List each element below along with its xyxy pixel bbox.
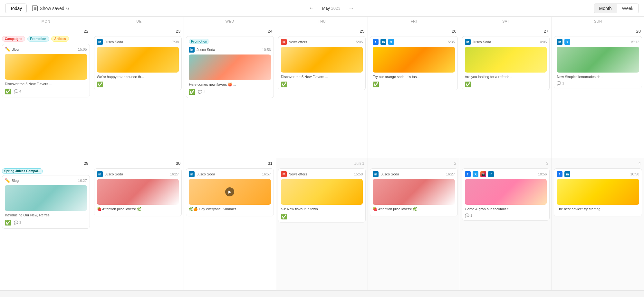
linkedin-icon: in xyxy=(97,171,103,177)
card-26-multi[interactable]: f in 𝕏 15:35 Try our orange soda. It's t… xyxy=(370,36,458,90)
day-cell-30: 30 in Jusco Soda 16:27 🍓 Attention juice… xyxy=(92,158,184,290)
card-31-linkedin[interactable]: in Jusco Soda 16:57 ▶ 🌿🍊 Hey everyone! S… xyxy=(186,168,274,216)
card-header: f in 𝕏 15:35 xyxy=(373,39,455,45)
card-22-blog[interactable]: ✏️ Blog 15:05 Discover the 5 New Flavors… xyxy=(2,44,90,97)
card-image xyxy=(465,179,547,205)
card-text: SJ: New flavour in town xyxy=(281,207,363,212)
check-icon: ✅ xyxy=(281,213,287,220)
today-button[interactable]: Today xyxy=(5,4,27,13)
card-img xyxy=(281,179,363,205)
card-jun2-linkedin[interactable]: in Jusco Soda 16:27 🍓 Attention juice lo… xyxy=(370,168,458,216)
card-time: 16:57 xyxy=(262,172,271,176)
source-label: Blog xyxy=(12,47,19,51)
header-fri: FRI xyxy=(368,17,460,26)
card-header: in Jusco Soda 16:27 xyxy=(97,171,179,177)
comment-icon: 💬 1 xyxy=(465,213,472,218)
card-footer: ✅ 💬 2 xyxy=(189,89,271,95)
card-jun4-multi[interactable]: f in 10:50 The best advice: try starting… xyxy=(554,168,642,216)
card-jun3-multi[interactable]: f 𝕏 📷 in 10:56 Come & grab our cocktails… xyxy=(462,168,550,221)
facebook-icon: f xyxy=(557,171,562,177)
source-label: Blog xyxy=(12,179,19,183)
header-tue: TUE xyxy=(92,17,184,26)
twitter-icon: 𝕏 xyxy=(473,171,478,177)
card-time: 15:05 xyxy=(78,47,87,51)
source-label: Jusco Soda xyxy=(380,172,399,176)
check-icon: ✅ xyxy=(5,220,11,226)
card-header: ✏️ Blog 15:05 xyxy=(5,47,87,52)
card-footer: ✅ xyxy=(373,81,455,87)
tag-promotion[interactable]: Promotion xyxy=(189,39,209,44)
card-img-lemonade xyxy=(5,54,87,80)
day-num-28: 28 xyxy=(554,29,642,34)
card-29-blog[interactable]: ✏️ Blog 16:27 Introducing Our New, Refre… xyxy=(2,175,90,229)
comment-icon: 💬 4 xyxy=(14,89,21,94)
tag-spring[interactable]: Spring Juices Campai... xyxy=(2,168,43,174)
card-30-linkedin[interactable]: in Jusco Soda 16:27 🍓 Attention juice lo… xyxy=(94,168,182,216)
day-cell-31: 31 in Jusco Soda 16:57 ▶ 🌿🍊 Hey everyone… xyxy=(184,158,276,290)
card-image xyxy=(97,179,179,205)
card-time: 10:50 xyxy=(630,172,639,176)
card-image xyxy=(5,54,87,80)
source-label: Jusco Soda xyxy=(197,48,215,52)
card-image xyxy=(373,47,455,73)
saved-count: 6 xyxy=(66,6,69,11)
card-image xyxy=(189,54,271,80)
card-jun1-email[interactable]: ✉ Newsletters 15:59 SJ: New flavour in t… xyxy=(278,168,366,223)
card-source: in Jusco Soda xyxy=(97,39,123,45)
check-icon: ✅ xyxy=(97,81,103,87)
card-27-linkedin[interactable]: in Jusco Soda 10:05 Are you looking for … xyxy=(462,36,550,90)
show-saved-label: Show saved xyxy=(40,6,64,11)
card-24-linkedin[interactable]: Promotion in Jusco Soda 10:56 Here comes… xyxy=(186,36,274,98)
play-button[interactable]: ▶ xyxy=(225,187,234,196)
top-bar: Today ▦ Show saved 6 ← May 2023 → Month … xyxy=(0,0,644,17)
header-sat: SAT xyxy=(460,17,552,26)
day-num-27: 27 xyxy=(462,29,550,34)
card-source: ✏️ Blog xyxy=(5,178,19,183)
card-header: in Jusco Soda 16:27 xyxy=(373,171,455,177)
card-text: Discover the 5 New Flavors ... xyxy=(5,82,87,86)
card-25-email[interactable]: ✉ Newsletters 15:05 Discover the 5 New F… xyxy=(278,36,366,90)
tag-campaigns[interactable]: Campaigns xyxy=(2,36,25,42)
card-time: 16:27 xyxy=(446,172,455,176)
next-month-button[interactable]: → xyxy=(346,4,357,13)
card-28-multi[interactable]: in 𝕏 15:12 New #tropicallemonades dr... … xyxy=(554,36,642,88)
tag-promotion[interactable]: Promotion xyxy=(27,36,49,42)
week-view-button[interactable]: Week xyxy=(617,4,639,13)
check-icon: ✅ xyxy=(189,89,195,95)
tag-articles[interactable]: Articles xyxy=(51,36,69,42)
twitter-icon: 𝕏 xyxy=(388,39,394,45)
card-subheader: in Jusco Soda 10:56 xyxy=(189,47,271,53)
card-footer: ✅ xyxy=(281,81,363,87)
card-header: in Jusco Soda 10:05 xyxy=(465,39,547,45)
header-thu: THU xyxy=(276,17,368,26)
card-text: The best advice: try starting... xyxy=(557,207,639,212)
linkedin-icon: in xyxy=(189,171,195,177)
linkedin-icon: in xyxy=(189,47,195,53)
comment-icon: 💬 3 xyxy=(14,221,21,225)
card-source: in 𝕏 xyxy=(557,39,571,45)
card-time: 10:56 xyxy=(538,172,547,176)
month-view-button[interactable]: Month xyxy=(594,4,617,13)
email-icon: ✉ xyxy=(281,171,287,177)
card-img xyxy=(465,179,547,205)
card-img xyxy=(189,54,271,80)
card-23-linkedin[interactable]: in Jusco Soda 17:38 We're happy to annou… xyxy=(94,36,182,90)
card-footer: ✅ xyxy=(465,81,547,87)
card-image xyxy=(557,47,639,73)
day-num-24: 24 xyxy=(186,29,274,34)
day-cell-23: 23 in Jusco Soda 17:38 We're happy to an… xyxy=(92,26,184,158)
card-time: 16:27 xyxy=(170,172,179,176)
card-footer: 💬 1 xyxy=(465,213,547,218)
show-saved[interactable]: ▦ Show saved 6 xyxy=(32,5,69,11)
card-header: Promotion xyxy=(189,39,271,45)
card-image xyxy=(465,47,547,73)
week-row-1: 22 Campaigns Promotion Articles ✏️ Blog … xyxy=(0,26,644,158)
prev-month-button[interactable]: ← xyxy=(306,4,317,13)
day-cell-25: 25 ✉ Newsletters 15:05 Discover the 5 Ne… xyxy=(276,26,368,158)
card-source: in Jusco Soda xyxy=(189,171,215,177)
day-num-31: 31 xyxy=(186,161,274,166)
day-cell-28: 28 in 𝕏 15:12 New #tropicallemonades dr.… xyxy=(552,26,644,158)
source-label: Jusco Soda xyxy=(197,172,215,176)
card-text: Are you looking for a refresh... xyxy=(465,74,547,79)
day-num-22: 22 xyxy=(2,29,90,34)
